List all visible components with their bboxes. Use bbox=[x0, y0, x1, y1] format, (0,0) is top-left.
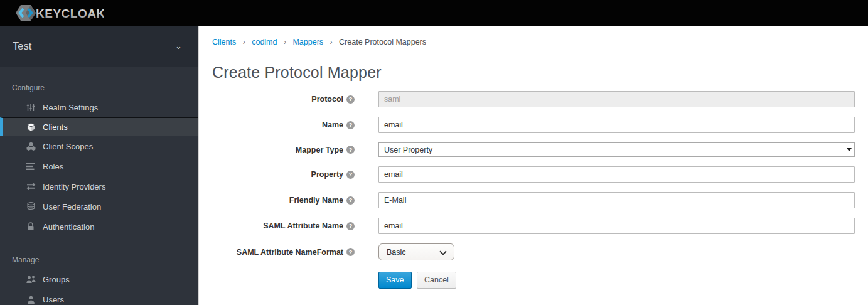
mapper-type-select[interactable]: User Property bbox=[378, 142, 855, 157]
breadcrumb-separator: › bbox=[330, 38, 333, 46]
top-bar: KEYCLOAK bbox=[0, 0, 868, 26]
form-row-mapper-type: Mapper Type ? User Property bbox=[199, 142, 868, 157]
form-actions: Save Cancel bbox=[199, 272, 868, 289]
cubes-icon bbox=[26, 141, 36, 151]
protocol-label: Protocol ? bbox=[199, 95, 355, 104]
keycloak-logo-text: KEYCLOAK bbox=[36, 7, 104, 20]
create-protocol-mapper-form: Protocol ? Name ? Mapper Type ? bbox=[199, 91, 868, 289]
saml-attribute-nameformat-select[interactable]: Basic bbox=[378, 243, 454, 260]
main-content: Clients › codimd › Mappers › Create Prot… bbox=[199, 26, 868, 305]
help-icon[interactable]: ? bbox=[346, 146, 355, 154]
sidebar-item-roles[interactable]: Roles bbox=[0, 156, 198, 176]
help-icon[interactable]: ? bbox=[346, 196, 355, 205]
sidebar-item-authentication[interactable]: Authentication bbox=[0, 217, 198, 237]
protocol-field bbox=[378, 91, 855, 107]
form-row-saml-attribute-name: SAML Attribute Name ? bbox=[199, 218, 868, 234]
cube-icon bbox=[26, 122, 36, 132]
help-icon[interactable]: ? bbox=[346, 171, 355, 179]
sidebar: Test ⌄ Configure Realm Settings Clients bbox=[0, 26, 199, 305]
help-icon[interactable]: ? bbox=[346, 95, 355, 104]
save-button[interactable]: Save bbox=[378, 272, 412, 289]
keycloak-hexagon-icon bbox=[16, 5, 36, 21]
lock-icon bbox=[26, 222, 36, 232]
form-row-name: Name ? bbox=[199, 117, 868, 133]
mapper-type-label: Mapper Type ? bbox=[199, 146, 355, 154]
sidebar-item-label: User Federation bbox=[43, 202, 101, 211]
breadcrumb-codimd-link[interactable]: codimd bbox=[252, 38, 277, 46]
group-icon bbox=[26, 274, 36, 284]
sidebar-item-groups[interactable]: Groups bbox=[0, 269, 198, 289]
realm-name: Test bbox=[13, 40, 31, 52]
sidebar-item-identity-providers[interactable]: Identity Providers bbox=[0, 176, 198, 196]
sidebar-item-user-federation[interactable]: User Federation bbox=[0, 196, 198, 217]
saml-attribute-name-field[interactable] bbox=[378, 218, 855, 234]
form-row-protocol: Protocol ? bbox=[199, 91, 868, 107]
sidebar-item-realm-settings[interactable]: Realm Settings bbox=[0, 97, 198, 117]
breadcrumb-separator: › bbox=[243, 38, 245, 46]
sidebar-item-client-scopes[interactable]: Client Scopes bbox=[0, 136, 198, 156]
friendly-name-field[interactable] bbox=[378, 192, 855, 208]
breadcrumb-mappers-link[interactable]: Mappers bbox=[292, 38, 323, 46]
form-row-property: Property ? bbox=[199, 166, 868, 183]
sidebar-item-label: Users bbox=[43, 295, 64, 304]
sidebar-item-label: Groups bbox=[43, 275, 70, 284]
help-icon[interactable]: ? bbox=[346, 222, 355, 230]
user-icon bbox=[26, 294, 36, 304]
breadcrumb-separator: › bbox=[284, 38, 286, 46]
breadcrumb-clients-link[interactable]: Clients bbox=[212, 38, 236, 46]
sidebar-item-clients[interactable]: Clients bbox=[0, 117, 198, 136]
help-icon[interactable]: ? bbox=[346, 248, 355, 256]
name-label: Name ? bbox=[199, 120, 355, 129]
cancel-button[interactable]: Cancel bbox=[417, 272, 456, 289]
sidebar-item-label: Realm Settings bbox=[43, 103, 98, 112]
list-icon bbox=[26, 161, 36, 171]
sidebar-item-label: Client Scopes bbox=[43, 142, 93, 151]
help-icon[interactable]: ? bbox=[346, 121, 355, 129]
page-title: Create Protocol Mapper bbox=[212, 63, 868, 82]
sidebar-item-label: Roles bbox=[43, 162, 63, 171]
nav-section-manage: Manage bbox=[0, 237, 198, 269]
chevron-down-icon: ⌄ bbox=[175, 41, 182, 51]
exchange-arrows-icon bbox=[26, 181, 36, 191]
sidebar-item-users[interactable]: Users bbox=[0, 289, 198, 305]
saml-attribute-nameformat-label: SAML Attribute NameFormat ? bbox=[199, 248, 355, 257]
friendly-name-label: Friendly Name ? bbox=[199, 196, 355, 205]
sidebar-item-label: Authentication bbox=[43, 222, 94, 232]
saml-attribute-name-label: SAML Attribute Name ? bbox=[199, 222, 355, 230]
sidebar-item-label: Identity Providers bbox=[43, 182, 105, 191]
property-field[interactable] bbox=[378, 166, 855, 183]
form-row-saml-attribute-nameformat: SAML Attribute NameFormat ? Basic bbox=[199, 243, 868, 260]
breadcrumb-current: Create Protocol Mappers bbox=[339, 38, 426, 46]
realm-selector[interactable]: Test ⌄ bbox=[0, 26, 198, 67]
nav-section-configure: Configure bbox=[0, 67, 198, 97]
keycloak-logo[interactable]: KEYCLOAK bbox=[15, 3, 104, 23]
property-label: Property ? bbox=[199, 170, 355, 179]
name-field[interactable] bbox=[378, 117, 855, 133]
form-row-friendly-name: Friendly Name ? bbox=[199, 192, 868, 208]
breadcrumb: Clients › codimd › Mappers › Create Prot… bbox=[199, 26, 868, 46]
sidebar-item-label: Clients bbox=[43, 122, 68, 132]
sliders-icon bbox=[26, 102, 36, 112]
database-icon bbox=[26, 201, 36, 211]
